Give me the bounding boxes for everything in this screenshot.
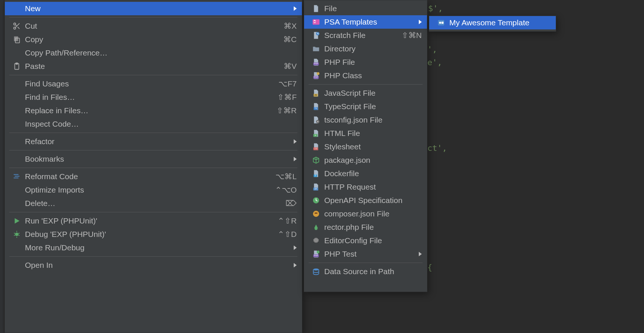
menu-item-shortcut: ⌘V bbox=[284, 62, 297, 71]
open-in[interactable]: Open In bbox=[5, 259, 302, 272]
bookmarks[interactable]: Bookmarks bbox=[5, 152, 302, 166]
phpclass-icon: PHP bbox=[311, 72, 321, 80]
menu-item-label: Data Source in Path bbox=[324, 267, 422, 276]
directory[interactable]: Directory bbox=[304, 42, 427, 56]
svg-point-38 bbox=[317, 251, 319, 253]
template-icon bbox=[436, 19, 446, 27]
menu-item-label: rector.php File bbox=[324, 223, 422, 232]
svg-text:CSS: CSS bbox=[314, 148, 317, 150]
menu-item-shortcut: ⇧⌘R bbox=[277, 106, 297, 115]
stylesheet[interactable]: CSSStylesheet bbox=[304, 140, 427, 153]
menu-item-label: package.json bbox=[324, 156, 422, 165]
reformat-code[interactable]: Reformat Code⌥⌘L bbox=[5, 170, 302, 183]
php-file[interactable]: PHPPHP File bbox=[304, 56, 427, 69]
copy[interactable]: Copy⌘C bbox=[5, 33, 302, 46]
scratch-file[interactable]: Scratch File⇧⌘N bbox=[304, 29, 427, 42]
file-icon bbox=[311, 4, 321, 13]
menu-item-shortcut: ⌃⇧R bbox=[278, 216, 297, 225]
scissors-icon bbox=[12, 22, 22, 30]
data-source[interactable]: Data Source in Path bbox=[304, 265, 427, 278]
gear-icon bbox=[311, 237, 321, 245]
db-icon bbox=[311, 267, 321, 276]
chevron-right-icon bbox=[294, 6, 297, 11]
menu-item-label: Reformat Code bbox=[25, 172, 275, 181]
chevron-right-icon bbox=[294, 245, 297, 250]
run[interactable]: Run 'EXP (PHPUnit)'⌃⇧R bbox=[5, 214, 302, 228]
optimize-imports[interactable]: Optimize Imports⌃⌥O bbox=[5, 183, 302, 197]
svg-point-0 bbox=[14, 23, 16, 25]
js-file[interactable]: JSJavaScript File bbox=[304, 86, 427, 100]
menu-separator bbox=[9, 75, 297, 75]
php-class[interactable]: PHPPHP Class bbox=[304, 69, 427, 82]
menu-separator bbox=[9, 133, 297, 133]
menu-item-shortcut: ⇧⌘N bbox=[402, 31, 422, 40]
menu-item-shortcut: ⇧⌘F bbox=[277, 93, 297, 102]
ts-icon: TS bbox=[311, 102, 321, 111]
openapi[interactable]: OpenAPI Specification bbox=[304, 194, 427, 207]
menu-item-label: Stylesheet bbox=[324, 142, 422, 151]
psa-templates[interactable]: PSA Templates bbox=[304, 15, 427, 29]
http-request[interactable]: APIHTTP Request bbox=[304, 180, 427, 194]
ts-file[interactable]: TSTypeScript File bbox=[304, 100, 427, 113]
replace-in-files[interactable]: Replace in Files…⇧⌘R bbox=[5, 104, 302, 117]
editorconfig[interactable]: EditorConfig File bbox=[304, 234, 427, 247]
new[interactable]: New bbox=[5, 2, 302, 15]
menu-item-shortcut: ⌘C bbox=[283, 35, 297, 44]
menu-separator bbox=[9, 212, 297, 212]
html-file[interactable]: HHTML File bbox=[304, 127, 427, 140]
menu-separator bbox=[9, 150, 297, 150]
dockerfile[interactable]: DDockerfile bbox=[304, 167, 427, 180]
svg-text:PHP: PHP bbox=[314, 254, 318, 257]
chevron-right-icon bbox=[419, 252, 422, 256]
menu-item-label: Scratch File bbox=[324, 31, 402, 40]
svg-text:API: API bbox=[314, 188, 317, 190]
delete[interactable]: Delete…⌦ bbox=[5, 197, 302, 210]
svg-point-39 bbox=[313, 269, 319, 271]
svg-point-41 bbox=[439, 22, 441, 24]
editor-code-fragment: ', bbox=[427, 45, 437, 54]
menu-item-label: Replace in Files… bbox=[25, 106, 277, 115]
svg-text:JS: JS bbox=[315, 94, 317, 96]
find-in-files[interactable]: Find in Files…⇧⌘F bbox=[5, 91, 302, 104]
rector-php[interactable]: rector.php File bbox=[304, 221, 427, 234]
menu-item-label: HTTP Request bbox=[324, 183, 422, 191]
chevron-right-icon bbox=[294, 139, 297, 144]
inspect-code[interactable]: Inspect Code… bbox=[5, 117, 302, 131]
composer-json[interactable]: composer.json File bbox=[304, 207, 427, 221]
copy-path[interactable]: Copy Path/Reference… bbox=[5, 46, 302, 60]
new-file[interactable]: File bbox=[304, 2, 427, 15]
debug[interactable]: Debug 'EXP (PHPUnit)'⌃⇧D bbox=[5, 228, 302, 241]
more-run-debug[interactable]: More Run/Debug bbox=[5, 241, 302, 254]
cut[interactable]: Cut⌘X bbox=[5, 19, 302, 33]
menu-item-shortcut: ⌘X bbox=[284, 22, 297, 31]
menu-item-label: Find in Files… bbox=[25, 93, 277, 102]
menu-item-label: My Awesome Template bbox=[449, 18, 551, 27]
menu-separator bbox=[309, 263, 423, 263]
menu-item-label: Copy Path/Reference… bbox=[25, 48, 297, 57]
package-json[interactable]: package.json bbox=[304, 153, 427, 167]
find-usages[interactable]: Find Usages⌥F7 bbox=[5, 77, 302, 91]
run-icon bbox=[12, 217, 22, 225]
menu-item-shortcut: ⌃⇧D bbox=[278, 230, 297, 239]
menu-item-label: PHP Test bbox=[324, 250, 415, 259]
menu-item-label: Debug 'EXP (PHPUnit)' bbox=[25, 230, 278, 239]
refactor[interactable]: Refactor bbox=[5, 135, 302, 148]
editor-gutter bbox=[0, 0, 4, 333]
menu-item-label: Cut bbox=[25, 22, 284, 31]
svg-rect-8 bbox=[14, 178, 19, 178]
menu-item-label: PHP File bbox=[324, 58, 422, 67]
menu-item-label: EditorConfig File bbox=[324, 236, 422, 245]
php-test[interactable]: PHPPHP Test bbox=[304, 247, 427, 261]
menu-item-label: JavaScript File bbox=[324, 89, 422, 98]
tsconfig-icon bbox=[311, 116, 321, 124]
paste[interactable]: Paste⌘V bbox=[5, 60, 302, 73]
my-awesome-template[interactable]: My Awesome Template bbox=[429, 16, 556, 29]
docker-icon: D bbox=[311, 169, 321, 178]
tsconfig-file[interactable]: tsconfig.json File bbox=[304, 113, 427, 127]
menu-item-label: HTML File bbox=[324, 129, 422, 138]
svg-point-9 bbox=[15, 232, 18, 236]
psa-templates-submenu: My Awesome Template bbox=[429, 16, 556, 32]
menu-item-label: PSA Templates bbox=[324, 18, 415, 26]
html-icon: H bbox=[311, 129, 321, 137]
menu-item-label: Open In bbox=[25, 261, 290, 270]
